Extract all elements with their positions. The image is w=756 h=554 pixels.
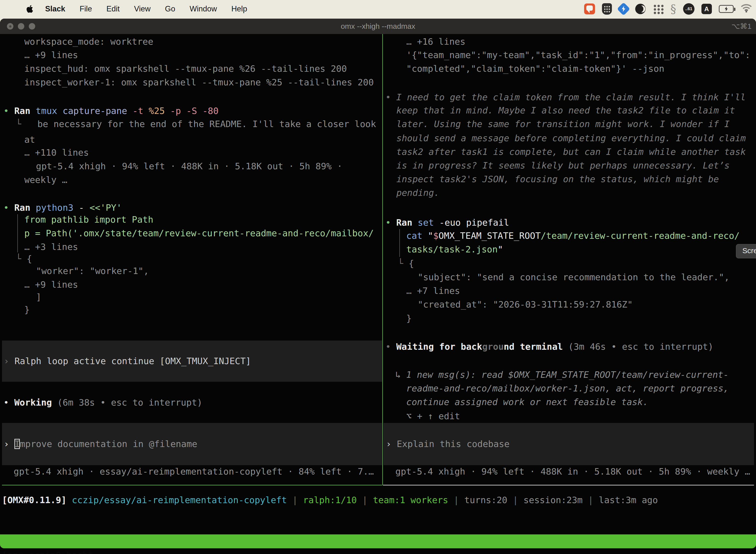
thinking-line: pending. — [396, 186, 439, 200]
squiggle-icon[interactable]: § — [671, 4, 676, 14]
prompt-icon: › — [4, 356, 9, 366]
notice-line: › Ralph loop active continue [OMX_TMUX_I… — [4, 354, 251, 368]
cmd-token: " — [428, 231, 433, 241]
output-line: … +16 lines — [406, 35, 465, 49]
text-cursor: I — [14, 439, 20, 449]
corner-icon: └ — [398, 258, 403, 269]
corner-icon: └ — [16, 119, 21, 129]
separator: | — [513, 495, 518, 505]
window-shortcut-badge: ⌥⌘1 — [732, 19, 752, 34]
output-line: } — [406, 311, 412, 326]
thinking-line: task2 after task1 is complete, but can I… — [396, 145, 746, 159]
input-line: › Improve documentation in @filename — [4, 437, 197, 451]
cmd-token: -t — [132, 106, 143, 116]
menu-item-view[interactable]: View — [134, 4, 150, 13]
right-pane-border — [383, 485, 754, 486]
battery-icon[interactable] — [719, 5, 734, 13]
command-line: • Ran tmux capture-pane -t %25 -p -S -80 — [3, 104, 218, 118]
cmd-token: python3 — [36, 203, 73, 213]
pane-divider[interactable] — [382, 34, 383, 485]
output-line: inspect_worker-1: omx sparkshell --tmux-… — [24, 75, 374, 90]
omx-team: team:1 workers — [373, 495, 448, 505]
menu-app-name[interactable]: Slack — [45, 4, 65, 13]
separator: | — [362, 495, 368, 505]
edit-hint: ⌥ + ↑ edit — [406, 409, 460, 424]
prompt-icon: › — [386, 439, 391, 449]
code-line: cat "$OMX_TEAM_STATE_ROOT/team/review-cu… — [406, 229, 740, 243]
waiting-label-shimmer: grou — [482, 341, 504, 352]
cmd-token: OMX_TEAM_STATE_ROOT — [439, 231, 541, 241]
tmux-status-bar: [omx-cczip0:bash* "MacBook-Pro-44.local"… — [0, 535, 756, 548]
keyboard-grid-icon[interactable] — [602, 3, 612, 15]
thinking-line: inspect task2's JSON, focusing on the st… — [396, 172, 719, 186]
count-badge-icon[interactable]: ..61 — [683, 3, 694, 15]
working-label: Working — [14, 397, 52, 407]
input-placeholder: mprove documentation in @filename — [20, 439, 197, 449]
menu-item-go[interactable]: Go — [165, 4, 175, 13]
omx-status-bar: [OMX#0.11.9] cczip/essay/ai-reimplementa… — [2, 493, 658, 507]
cmd-token: %25 — [148, 106, 165, 116]
cmd-token: - — [79, 203, 84, 213]
cmd-token: tasks/task-2.json — [406, 244, 498, 255]
output-text: { — [408, 258, 414, 269]
bullet-icon: • — [3, 397, 9, 407]
separator: | — [292, 495, 298, 505]
input-placeholder: Explain this codebase — [397, 439, 509, 449]
output-line: at — [24, 132, 35, 147]
code-line: tasks/task-2.json" — [406, 242, 503, 257]
dots-grid-icon[interactable] — [652, 4, 664, 14]
menu-item-file[interactable]: File — [80, 4, 92, 13]
output-line: └ { — [398, 257, 414, 271]
bullet-icon: • — [385, 92, 391, 102]
working-status-line: • Working (6m 38s • esc to interrupt) — [3, 395, 202, 410]
connector-line — [17, 214, 18, 253]
cmd-token: capture-pane — [63, 106, 127, 116]
waiting-meta: (3m 46s • esc to interrupt) — [568, 341, 713, 352]
omx-last: last:3m ago — [599, 495, 658, 505]
notice-banner: › Ralph loop active continue [OMX_TMUX_I… — [2, 340, 382, 382]
apple-icon — [26, 4, 34, 14]
thinking-line: • I need to get the claim token from the… — [385, 90, 746, 105]
code-line: from pathlib import Path — [24, 213, 153, 227]
cmd-token: -80 — [202, 106, 218, 116]
output-text: be necessary for the end of the README. … — [38, 119, 376, 129]
apple-menu[interactable] — [26, 4, 34, 14]
menu-status-icons: § ..61 A — [584, 0, 752, 18]
prompt-input-right[interactable]: › Explain this codebase — [383, 423, 754, 465]
cmd-token: set — [418, 217, 434, 228]
mailbox-line: continue assigned work or next feasible … — [406, 395, 648, 409]
menu-item-window[interactable]: Window — [189, 4, 217, 13]
menu-item-edit[interactable]: Edit — [107, 4, 120, 13]
separator: | — [454, 495, 459, 505]
cmd-token: cat — [406, 231, 422, 241]
input-source-icon[interactable]: A — [701, 4, 712, 14]
menu-item-help[interactable]: Help — [232, 4, 247, 13]
cmd-token: -p — [170, 106, 181, 116]
separator: | — [588, 495, 593, 505]
output-line: "subject": "send a concise recommendatio… — [418, 270, 730, 284]
tmux-session-label: [omx-cczip0:bash* — [2, 548, 93, 554]
left-pane-border — [2, 485, 382, 486]
thinking-text: I need to get the claim token from the c… — [396, 92, 746, 102]
command-line: • Ran set -euo pipefail — [385, 215, 509, 230]
omx-ralph: ralph:1/10 — [303, 495, 357, 505]
crescent-icon[interactable] — [635, 4, 646, 14]
omx-repo: cczip/essay/ai-reimplementation-copyleft — [72, 495, 287, 505]
window-titlebar[interactable]: omx --xhigh --madmax ⌥⌘1 — [0, 19, 756, 34]
output-line: weekly … — [24, 173, 67, 187]
output-line: "completed","claim_token":"claim-token"}… — [406, 62, 664, 76]
output-line: inspect_hud: omx sparkshell --tmux-pane … — [24, 62, 347, 76]
waiting-label: nd terminal — [504, 341, 563, 352]
cmd-token: " — [498, 244, 503, 255]
network-app-icon[interactable] — [617, 2, 630, 16]
window-title: omx --xhigh --madmax — [0, 19, 756, 34]
output-line: } — [24, 302, 30, 317]
wifi-icon[interactable] — [741, 3, 752, 14]
prompt-input-left[interactable]: › Improve documentation in @filename — [2, 423, 382, 465]
chat-app-icon[interactable] — [584, 3, 595, 14]
connector-line — [399, 229, 400, 257]
prompt-icon: › — [4, 439, 9, 449]
output-line: … +9 lines — [24, 48, 78, 62]
omx-session: session:23m — [523, 495, 583, 505]
notice-text: Ralph loop active continue [OMX_TMUX_INJ… — [14, 356, 251, 366]
